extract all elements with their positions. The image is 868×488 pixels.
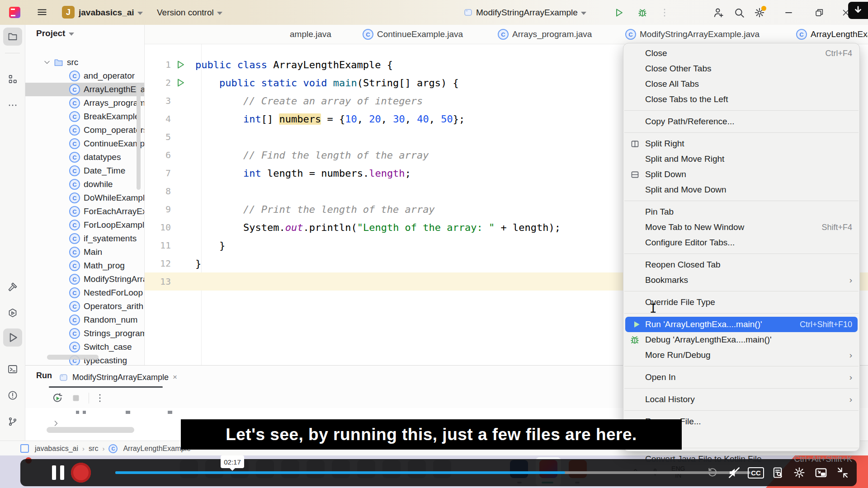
menu-item-bookmarks[interactable]: Bookmarks› <box>623 272 859 288</box>
sidebar-services-button[interactable] <box>3 304 22 322</box>
project-switcher[interactable]: javabasics_ai <box>79 0 143 25</box>
closed-captions-button[interactable]: CC <box>748 465 764 480</box>
tree-item-operators_arith[interactable]: COperators_arith <box>25 300 144 313</box>
tab-ample-java[interactable]: ample.java <box>290 25 331 44</box>
tree-item-arrays_program[interactable]: CArrays_program <box>25 96 144 110</box>
menu-item-split-down[interactable]: Split Down <box>623 167 859 182</box>
tree-folder-src[interactable]: src <box>25 56 144 69</box>
chevron-down-icon <box>217 12 222 15</box>
menu-item-close[interactable]: CloseCtrl+F4 <box>623 46 859 61</box>
settings-button[interactable] <box>792 465 807 480</box>
minimize-button[interactable] <box>778 0 799 25</box>
restore-button[interactable] <box>809 0 830 25</box>
tree-item-arraylengthexample[interactable]: CArrayLengthExample <box>25 83 144 96</box>
tree-item-main[interactable]: CMain <box>25 245 144 259</box>
menu-item-close-tabs-to-the-left[interactable]: Close Tabs to the Left <box>623 92 859 107</box>
debug-button[interactable] <box>632 0 653 25</box>
run-gutter-icon[interactable] <box>171 77 190 88</box>
tab-continueexample-java[interactable]: CContinueExample.java <box>363 25 463 44</box>
tree-item-foreacharrayexample[interactable]: CForEachArrayExample <box>25 205 144 218</box>
menu-item-close-other-tabs[interactable]: Close Other Tabs <box>623 61 859 76</box>
project-panel-header[interactable]: Project <box>36 28 74 38</box>
sidebar-structure-button[interactable] <box>3 70 22 88</box>
replay-button[interactable] <box>705 465 720 480</box>
stop-button[interactable] <box>71 393 81 404</box>
menu-item-split-and-move-right[interactable]: Split and Move Right <box>623 151 859 167</box>
menu-item-debug-arraylengthexa-main-[interactable]: Debug 'ArrayLengthExa....main()' <box>623 332 859 347</box>
more-options-button[interactable] <box>94 393 105 404</box>
version-control-menu[interactable]: Version control <box>157 0 222 25</box>
volume-muted-button[interactable] <box>726 465 742 480</box>
menu-item-copy-path-reference-[interactable]: Copy Path/Reference... <box>623 114 859 129</box>
project-vertical-scrollbar[interactable] <box>137 84 141 190</box>
tree-item-modifystringarrayexample[interactable]: CModifyStringArrayExample <box>25 272 144 286</box>
menu-item-split-and-move-down[interactable]: Split and Move Down <box>623 182 859 197</box>
tree-item-forloopexample[interactable]: CForLoopExample <box>25 218 144 232</box>
breadcrumb-arraylengthexample[interactable]: CArrayLengthExample <box>108 444 190 453</box>
pause-button[interactable] <box>52 465 67 480</box>
close-tab-icon[interactable]: × <box>173 373 177 382</box>
transcript-button[interactable] <box>770 465 785 480</box>
main-menu-button[interactable] <box>36 0 48 25</box>
tree-item-and_operator[interactable]: Cand_operator <box>25 69 144 83</box>
menu-item-convert-java-file-to-kotlin-fi[interactable]: Convert Java File to Kotlin FileCtrl+Alt… <box>623 451 859 467</box>
menu-item-reopen-closed-tab[interactable]: Reopen Closed Tab <box>623 257 859 272</box>
tree-item-random_num[interactable]: CRandom_num <box>25 313 144 327</box>
sidebar-more-tools-button[interactable] <box>3 96 22 114</box>
settings-button[interactable] <box>749 0 770 25</box>
search-button[interactable] <box>729 0 750 25</box>
sidebar-run-button[interactable] <box>3 328 22 347</box>
record-button[interactable] <box>71 463 91 483</box>
submenu-arrow-icon: › <box>849 394 852 404</box>
sidebar-build-button[interactable] <box>3 278 22 296</box>
console-horizontal-scrollbar[interactable] <box>47 427 134 433</box>
menu-item-pin-tab[interactable]: Pin Tab <box>623 204 859 220</box>
more-actions-button[interactable] <box>654 0 675 25</box>
menu-item-more-run-debug[interactable]: More Run/Debug› <box>623 347 859 363</box>
menu-item-move-tab-to-new-window[interactable]: Move Tab to New WindowShift+F4 <box>623 220 859 235</box>
tree-item-if_syatements[interactable]: Cif_syatements <box>25 232 144 245</box>
menu-item-open-in[interactable]: Open In› <box>623 370 859 385</box>
sidebar-version-control-button[interactable] <box>3 413 22 431</box>
tree-item-breakexample[interactable]: CBreakExample <box>25 110 144 123</box>
run-panel-tab[interactable]: ModifyStringArrayExample × <box>59 369 177 385</box>
tree-item-date_time[interactable]: CDate_Time <box>25 164 144 178</box>
tree-item-nestedforloop[interactable]: CNestedForLoop <box>25 286 144 300</box>
tree-item-switch_case[interactable]: CSwitch_case <box>25 340 144 354</box>
menu-item-configure-editor-tabs-[interactable]: Configure Editor Tabs... <box>623 235 859 250</box>
rerun-button[interactable] <box>52 392 63 404</box>
class-icon: C <box>69 206 80 217</box>
tree-item-comp_operators[interactable]: CComp_operators <box>25 123 144 137</box>
tab-arraylengthexample-java[interactable]: CArrayLengthExample.java <box>796 25 868 44</box>
class-icon: C <box>69 111 80 122</box>
menu-item-split-right[interactable]: Split Right <box>623 136 859 151</box>
menu-item-run-arraylengthexa-main-[interactable]: Run 'ArrayLengthExa....main()'Ctrl+Shift… <box>625 317 858 332</box>
menu-item-close-all-tabs[interactable]: Close All Tabs <box>623 76 859 92</box>
tab-modifystringarrayexample-java[interactable]: CModifyStringArrayExample.java <box>625 25 760 44</box>
breadcrumb-src[interactable]: src <box>89 445 98 453</box>
picture-in-picture-button[interactable] <box>813 465 829 480</box>
tree-item-strings_program[interactable]: CStrings_program <box>25 327 144 340</box>
menu-item-override-file-type[interactable]: Override File Type <box>623 295 859 310</box>
run-gutter-icon[interactable] <box>171 59 190 70</box>
expand-chevron-icon[interactable] <box>52 419 61 428</box>
collapse-button[interactable] <box>835 465 850 480</box>
tab-label: ContinueExample.java <box>377 29 463 39</box>
tree-item-continueexample[interactable]: CContinueExample <box>25 137 144 150</box>
breadcrumb-javabasics_ai[interactable]: javabasics_ai <box>20 444 78 453</box>
tree-item-dowhileexample[interactable]: CDoWhileExample <box>25 191 144 205</box>
tree-item-dowhile[interactable]: Cdowhile <box>25 178 144 191</box>
tab-label: Arrays_program.java <box>512 29 592 39</box>
tab-arrays_program-java[interactable]: CArrays_program.java <box>498 25 592 44</box>
add-user-button[interactable] <box>708 0 729 25</box>
run-config-selector[interactable]: ModifyStringArrayExample <box>463 0 586 25</box>
tree-item-datatypes[interactable]: Cdatatypes <box>25 150 144 164</box>
download-overlay-badge[interactable] <box>848 2 868 19</box>
sidebar-problems-button[interactable] <box>3 386 22 404</box>
sidebar-project-button[interactable] <box>3 28 22 46</box>
tree-item-math_prog[interactable]: CMath_prog <box>25 259 144 272</box>
project-horizontal-scrollbar[interactable] <box>47 355 99 360</box>
run-button[interactable] <box>609 0 629 25</box>
menu-item-local-history[interactable]: Local History› <box>623 392 859 407</box>
sidebar-terminal-button[interactable] <box>3 360 22 378</box>
